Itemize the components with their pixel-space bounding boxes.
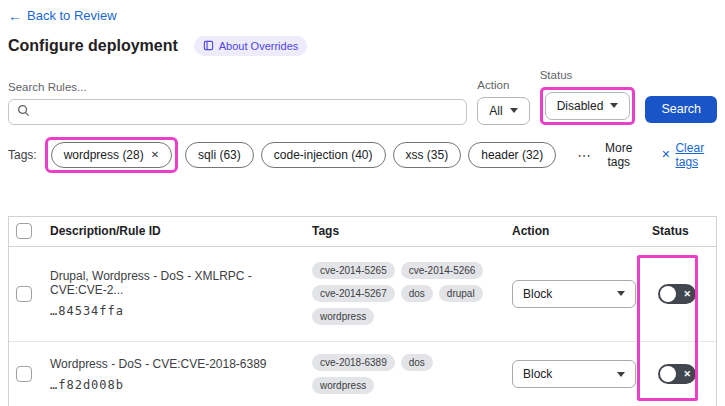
- column-header-description: Description/Rule ID: [50, 224, 312, 238]
- column-header-action: Action: [512, 224, 652, 238]
- rule-tag: cve-2018-6389: [312, 354, 395, 371]
- chevron-down-icon: [510, 108, 518, 113]
- select-all-checkbox[interactable]: [16, 223, 32, 239]
- tag-filter-header[interactable]: header (32): [468, 142, 556, 168]
- search-button[interactable]: Search: [645, 96, 717, 123]
- tag-filter-label: xss (35): [406, 148, 449, 162]
- rule-description-cell: Drupal, Wordpress - DoS - XMLRPC - CVE:C…: [50, 269, 312, 318]
- clear-x-icon: ✕: [661, 148, 670, 161]
- status-filter-label: Status: [540, 69, 636, 81]
- tag-filter-wordpress[interactable]: wordpress (28) ✕: [51, 142, 172, 168]
- configure-deployment-page: ← Back to Review Configure deployment Ab…: [0, 0, 725, 406]
- more-tags-button[interactable]: ⋯ More tags: [577, 141, 638, 169]
- tags-bar: Tags: wordpress (28) ✕ sqli (63) code-in…: [8, 137, 717, 173]
- back-link-label: Back to Review: [27, 8, 117, 23]
- status-filter-highlight: Disabled: [540, 87, 636, 125]
- column-header-tags: Tags: [312, 224, 512, 238]
- tag-filter-sqli[interactable]: sqli (63): [185, 142, 254, 168]
- rule-id: …f82d008b: [50, 378, 300, 392]
- status-filter-value: Disabled: [557, 99, 604, 113]
- ellipsis-icon: ⋯: [577, 147, 592, 163]
- about-overrides-badge[interactable]: About Overrides: [194, 36, 307, 56]
- rule-tag: wordpress: [312, 308, 374, 325]
- more-tags-label: More tags: [599, 141, 638, 169]
- column-header-status: Status: [652, 224, 716, 238]
- about-overrides-label: About Overrides: [219, 40, 298, 52]
- back-arrow-icon: ←: [8, 9, 22, 23]
- book-icon: [203, 40, 214, 51]
- rule-tag: drupal: [439, 285, 483, 302]
- title-row: Configure deployment About Overrides: [8, 36, 717, 56]
- status-toggle[interactable]: ✕: [658, 284, 696, 304]
- action-select[interactable]: Block: [512, 360, 636, 388]
- action-filter-value: All: [489, 104, 502, 118]
- search-rules-label: Search Rules...: [8, 81, 467, 93]
- chevron-down-icon: [610, 103, 618, 108]
- toggle-knob: [660, 286, 676, 302]
- selected-tag-highlight: wordpress (28) ✕: [45, 137, 178, 173]
- back-to-review-link[interactable]: ← Back to Review: [8, 8, 117, 23]
- toggle-knob: [660, 366, 676, 382]
- action-select-value: Block: [523, 287, 552, 301]
- row-checkbox[interactable]: [16, 286, 32, 302]
- status-filter-group: Status Disabled: [540, 69, 636, 125]
- tag-filter-label: code-injection (40): [274, 148, 373, 162]
- rule-tags-cell: cve-2014-5265 cve-2014-5266 cve-2014-526…: [312, 262, 512, 325]
- status-toggle[interactable]: ✕: [658, 364, 696, 384]
- action-filter-dropdown[interactable]: All: [477, 97, 529, 125]
- search-icon: [17, 103, 30, 121]
- rule-tag: cve-2014-5266: [401, 262, 484, 279]
- row-checkbox[interactable]: [16, 366, 32, 382]
- tag-filter-label: sqli (63): [198, 148, 241, 162]
- rule-tag: dos: [401, 354, 433, 371]
- action-select-value: Block: [523, 367, 552, 381]
- rule-description: Drupal, Wordpress - DoS - XMLRPC - CVE:C…: [50, 269, 300, 297]
- table-row: Drupal, Wordpress - DoS - XMLRPC - CVE:C…: [9, 247, 716, 342]
- action-select[interactable]: Block: [512, 280, 636, 308]
- clear-tags-label: Clear tags: [675, 141, 717, 169]
- table-row: Wordpress - DoS - CVE:CVE-2018-6389 …f82…: [9, 342, 716, 406]
- chevron-down-icon: [617, 291, 625, 296]
- tag-filter-code-injection[interactable]: code-injection (40): [261, 142, 386, 168]
- tags-bar-label: Tags:: [8, 148, 37, 162]
- tag-filter-label: wordpress (28): [64, 148, 144, 162]
- table-header-row: Description/Rule ID Tags Action Status: [9, 217, 716, 247]
- rules-table: Description/Rule ID Tags Action Status D…: [8, 216, 717, 406]
- search-rules-box: [8, 99, 467, 125]
- search-rules-group: Search Rules...: [8, 81, 467, 125]
- search-rules-input[interactable]: [36, 105, 458, 119]
- tag-filter-label: header (32): [481, 148, 543, 162]
- rule-tag: cve-2014-5265: [312, 262, 395, 279]
- action-filter-group: Action All: [477, 79, 529, 125]
- action-filter-label: Action: [477, 79, 529, 91]
- rule-tag: dos: [401, 285, 433, 302]
- clear-tags-link[interactable]: ✕ Clear tags: [661, 141, 717, 169]
- rule-id: …84534ffa: [50, 304, 300, 318]
- page-title: Configure deployment: [8, 37, 178, 55]
- tag-filter-xss[interactable]: xss (35): [393, 142, 462, 168]
- rule-tags-cell: cve-2018-6389 dos wordpress: [312, 354, 512, 394]
- rule-tag: cve-2014-5267: [312, 285, 395, 302]
- remove-tag-icon[interactable]: ✕: [151, 149, 159, 160]
- toggle-x-icon: ✕: [683, 289, 691, 298]
- rule-description: Wordpress - DoS - CVE:CVE-2018-6389: [50, 357, 300, 371]
- status-filter-dropdown[interactable]: Disabled: [545, 92, 631, 120]
- chevron-down-icon: [617, 372, 625, 377]
- rule-description-cell: Wordpress - DoS - CVE:CVE-2018-6389 …f82…: [50, 357, 312, 392]
- toggle-x-icon: ✕: [683, 370, 691, 379]
- rule-tag: wordpress: [312, 377, 374, 394]
- filter-bar: Search Rules... Action All Status: [8, 69, 717, 125]
